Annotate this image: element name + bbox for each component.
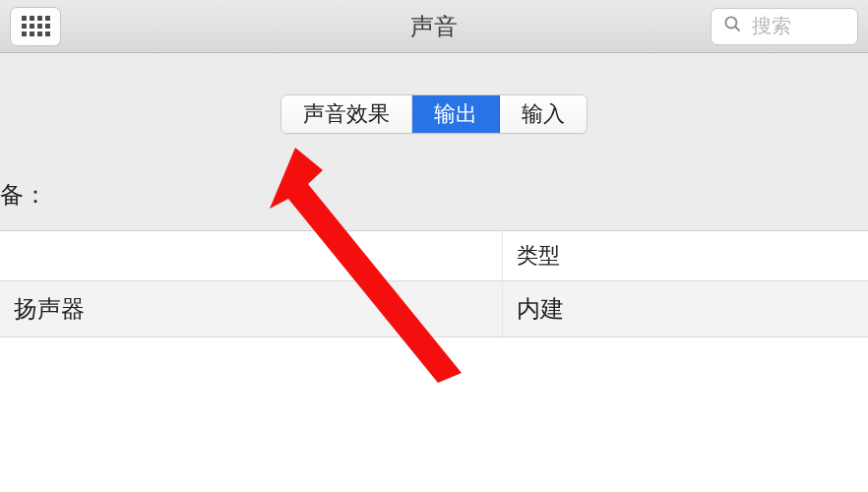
tab-label: 输出 <box>434 99 477 129</box>
table-header-name <box>0 231 502 280</box>
svg-line-1 <box>735 27 740 31</box>
segmented-control: 声音效果 输出 输入 <box>280 94 588 134</box>
table-empty-area <box>0 338 868 492</box>
show-all-button[interactable] <box>10 7 61 46</box>
search-icon <box>723 15 742 37</box>
toolbar: 声音 <box>0 0 868 53</box>
table-header: 类型 <box>0 231 868 281</box>
search-input[interactable] <box>752 15 840 37</box>
content-area: 声音效果 输出 输入 备： 类型 扬声器 内建 <box>0 53 868 492</box>
devices-table: 类型 扬声器 内建 <box>0 230 868 492</box>
table-header-type: 类型 <box>502 231 868 280</box>
tab-label: 输入 <box>522 99 565 129</box>
search-field[interactable] <box>711 8 858 45</box>
tab-input[interactable]: 输入 <box>500 95 587 133</box>
tab-sound-effects[interactable]: 声音效果 <box>281 95 412 133</box>
tabs-container: 声音效果 输出 输入 <box>0 53 868 134</box>
apps-grid-icon <box>22 16 50 36</box>
table-body: 扬声器 内建 <box>0 281 868 338</box>
table-row[interactable]: 扬声器 内建 <box>0 281 868 338</box>
device-name-cell: 扬声器 <box>0 281 502 337</box>
device-type-cell: 内建 <box>502 281 868 337</box>
window-title: 声音 <box>410 11 458 42</box>
section-label: 备： <box>0 134 868 230</box>
svg-point-0 <box>725 17 736 28</box>
tab-label: 声音效果 <box>303 99 390 129</box>
tab-output[interactable]: 输出 <box>412 95 500 133</box>
